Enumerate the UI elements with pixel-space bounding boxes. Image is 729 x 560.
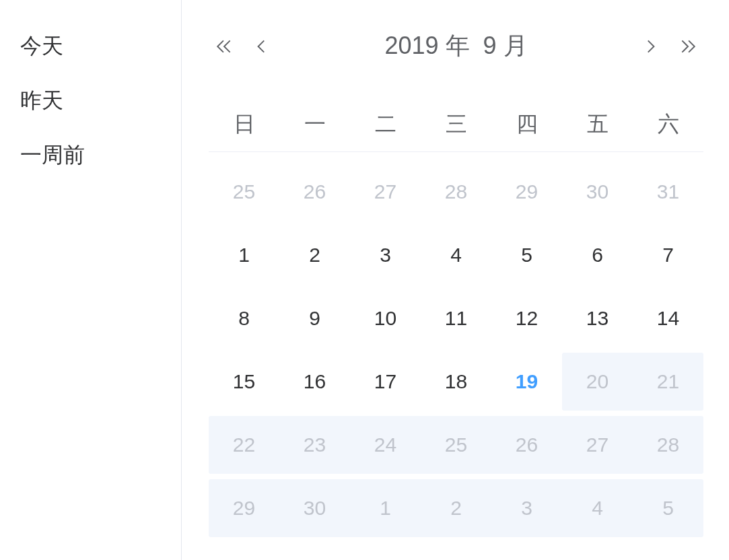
date-cell[interactable]: 29 <box>209 479 279 537</box>
date-cell[interactable]: 8 <box>209 289 279 347</box>
double-chevron-left-icon <box>215 38 233 55</box>
date-cell[interactable]: 31 <box>633 163 703 221</box>
date-cell[interactable]: 30 <box>562 163 633 221</box>
date-cell[interactable]: 26 <box>279 163 350 221</box>
date-cell[interactable]: 24 <box>350 416 421 474</box>
weekday-cell: 六 <box>633 110 703 139</box>
date-cell[interactable]: 5 <box>633 479 703 537</box>
double-chevron-right-icon <box>679 38 697 55</box>
shortcut-yesterday[interactable]: 昨天 <box>20 73 161 128</box>
weekday-cell: 一 <box>279 110 350 139</box>
weekday-cell: 四 <box>491 110 562 139</box>
shortcut-today[interactable]: 今天 <box>20 19 161 73</box>
calendar-title: 2019 年 9 月 <box>384 30 527 63</box>
dates-grid: 2526272829303112345678910111213141516171… <box>209 152 703 537</box>
chevron-right-icon <box>641 38 659 55</box>
weekday-cell: 三 <box>421 110 491 139</box>
prev-year-button[interactable] <box>215 38 233 55</box>
next-year-button[interactable] <box>679 38 697 55</box>
date-cell[interactable]: 2 <box>279 226 350 284</box>
date-cell[interactable]: 6 <box>562 226 633 284</box>
date-cell[interactable]: 4 <box>421 226 491 284</box>
date-row: 15161718192021 <box>209 353 703 411</box>
date-cell[interactable]: 28 <box>421 163 491 221</box>
date-cell[interactable]: 26 <box>491 416 562 474</box>
weekday-row: 日 一 二 三 四 五 六 <box>209 110 703 152</box>
month-label[interactable]: 9 月 <box>483 32 528 59</box>
date-cell[interactable]: 7 <box>633 226 703 284</box>
date-cell[interactable]: 25 <box>209 163 279 221</box>
date-cell[interactable]: 27 <box>562 416 633 474</box>
date-row: 22232425262728 <box>209 416 703 474</box>
date-cell[interactable]: 20 <box>562 353 633 411</box>
date-cell[interactable]: 5 <box>491 226 562 284</box>
date-cell[interactable]: 1 <box>350 479 421 537</box>
date-cell[interactable]: 29 <box>491 163 562 221</box>
date-row: 293012345 <box>209 479 703 537</box>
weekday-cell: 五 <box>562 110 633 139</box>
weekday-cell: 日 <box>209 110 279 139</box>
weekday-cell: 二 <box>350 110 421 139</box>
date-cell[interactable]: 23 <box>279 416 350 474</box>
date-cell[interactable]: 15 <box>209 353 279 411</box>
date-cell[interactable]: 3 <box>350 226 421 284</box>
date-cell[interactable]: 30 <box>279 479 350 537</box>
sidebar: 今天 昨天 一周前 <box>0 0 182 560</box>
date-cell[interactable]: 28 <box>633 416 703 474</box>
date-row: 25262728293031 <box>209 163 703 221</box>
date-cell[interactable]: 2 <box>421 479 491 537</box>
calendar-header: 2019 年 9 月 <box>209 13 703 83</box>
date-row: 1234567 <box>209 226 703 284</box>
shortcut-week-ago[interactable]: 一周前 <box>20 128 161 182</box>
calendar: 2019 年 9 月 日 一 二 三 四 五 六 252627282930311… <box>182 0 729 560</box>
nav-next-group <box>641 38 697 55</box>
next-month-button[interactable] <box>641 38 659 55</box>
date-cell[interactable]: 25 <box>421 416 491 474</box>
date-cell[interactable]: 21 <box>633 353 703 411</box>
date-cell[interactable]: 16 <box>279 353 350 411</box>
date-cell[interactable]: 22 <box>209 416 279 474</box>
date-cell[interactable]: 11 <box>421 289 491 347</box>
chevron-left-icon <box>253 38 271 55</box>
year-label[interactable]: 2019 年 <box>384 32 469 59</box>
date-cell[interactable]: 17 <box>350 353 421 411</box>
date-cell[interactable]: 13 <box>562 289 633 347</box>
date-cell[interactable]: 18 <box>421 353 491 411</box>
date-cell[interactable]: 1 <box>209 226 279 284</box>
date-cell[interactable]: 4 <box>562 479 633 537</box>
date-cell[interactable]: 14 <box>633 289 703 347</box>
date-row: 891011121314 <box>209 289 703 347</box>
date-cell[interactable]: 27 <box>350 163 421 221</box>
date-cell[interactable]: 9 <box>279 289 350 347</box>
date-cell[interactable]: 3 <box>491 479 562 537</box>
date-cell[interactable]: 12 <box>491 289 562 347</box>
nav-prev-group <box>215 38 271 55</box>
date-cell[interactable]: 19 <box>491 353 562 411</box>
prev-month-button[interactable] <box>253 38 271 55</box>
date-cell[interactable]: 10 <box>350 289 421 347</box>
